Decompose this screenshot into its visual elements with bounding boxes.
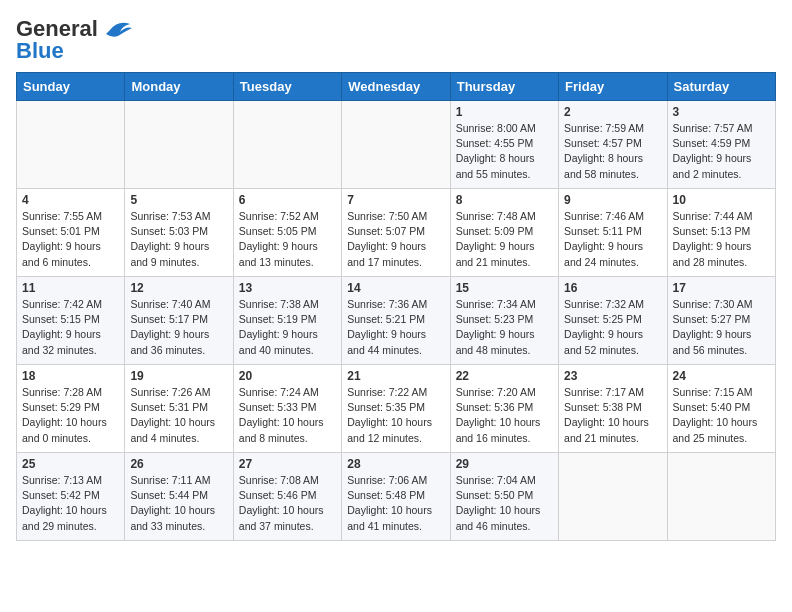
week-row-4: 18Sunrise: 7:28 AM Sunset: 5:29 PM Dayli… bbox=[17, 365, 776, 453]
day-number: 20 bbox=[239, 369, 336, 383]
calendar-cell: 23Sunrise: 7:17 AM Sunset: 5:38 PM Dayli… bbox=[559, 365, 667, 453]
day-info: Sunrise: 7:20 AM Sunset: 5:36 PM Dayligh… bbox=[456, 385, 553, 446]
calendar-cell: 28Sunrise: 7:06 AM Sunset: 5:48 PM Dayli… bbox=[342, 453, 450, 541]
calendar-cell: 22Sunrise: 7:20 AM Sunset: 5:36 PM Dayli… bbox=[450, 365, 558, 453]
calendar-cell bbox=[125, 101, 233, 189]
day-info: Sunrise: 7:22 AM Sunset: 5:35 PM Dayligh… bbox=[347, 385, 444, 446]
day-number: 24 bbox=[673, 369, 770, 383]
day-number: 23 bbox=[564, 369, 661, 383]
day-number: 5 bbox=[130, 193, 227, 207]
calendar-cell bbox=[233, 101, 341, 189]
day-info: Sunrise: 7:32 AM Sunset: 5:25 PM Dayligh… bbox=[564, 297, 661, 358]
day-info: Sunrise: 7:17 AM Sunset: 5:38 PM Dayligh… bbox=[564, 385, 661, 446]
day-number: 15 bbox=[456, 281, 553, 295]
day-number: 21 bbox=[347, 369, 444, 383]
day-info: Sunrise: 7:52 AM Sunset: 5:05 PM Dayligh… bbox=[239, 209, 336, 270]
calendar-cell: 4Sunrise: 7:55 AM Sunset: 5:01 PM Daylig… bbox=[17, 189, 125, 277]
day-info: Sunrise: 7:55 AM Sunset: 5:01 PM Dayligh… bbox=[22, 209, 119, 270]
day-number: 28 bbox=[347, 457, 444, 471]
day-info: Sunrise: 7:53 AM Sunset: 5:03 PM Dayligh… bbox=[130, 209, 227, 270]
calendar-cell: 19Sunrise: 7:26 AM Sunset: 5:31 PM Dayli… bbox=[125, 365, 233, 453]
calendar-cell bbox=[559, 453, 667, 541]
day-number: 3 bbox=[673, 105, 770, 119]
day-info: Sunrise: 7:04 AM Sunset: 5:50 PM Dayligh… bbox=[456, 473, 553, 534]
day-info: Sunrise: 8:00 AM Sunset: 4:55 PM Dayligh… bbox=[456, 121, 553, 182]
weekday-header-row: SundayMondayTuesdayWednesdayThursdayFrid… bbox=[17, 73, 776, 101]
calendar-cell: 25Sunrise: 7:13 AM Sunset: 5:42 PM Dayli… bbox=[17, 453, 125, 541]
weekday-header-saturday: Saturday bbox=[667, 73, 775, 101]
day-info: Sunrise: 7:42 AM Sunset: 5:15 PM Dayligh… bbox=[22, 297, 119, 358]
weekday-header-friday: Friday bbox=[559, 73, 667, 101]
day-number: 9 bbox=[564, 193, 661, 207]
weekday-header-wednesday: Wednesday bbox=[342, 73, 450, 101]
day-number: 29 bbox=[456, 457, 553, 471]
page-header: General Blue bbox=[16, 16, 776, 64]
calendar-cell: 20Sunrise: 7:24 AM Sunset: 5:33 PM Dayli… bbox=[233, 365, 341, 453]
calendar-cell: 29Sunrise: 7:04 AM Sunset: 5:50 PM Dayli… bbox=[450, 453, 558, 541]
day-info: Sunrise: 7:34 AM Sunset: 5:23 PM Dayligh… bbox=[456, 297, 553, 358]
weekday-header-thursday: Thursday bbox=[450, 73, 558, 101]
calendar-cell: 18Sunrise: 7:28 AM Sunset: 5:29 PM Dayli… bbox=[17, 365, 125, 453]
calendar-cell: 3Sunrise: 7:57 AM Sunset: 4:59 PM Daylig… bbox=[667, 101, 775, 189]
day-info: Sunrise: 7:36 AM Sunset: 5:21 PM Dayligh… bbox=[347, 297, 444, 358]
calendar-cell bbox=[17, 101, 125, 189]
day-info: Sunrise: 7:24 AM Sunset: 5:33 PM Dayligh… bbox=[239, 385, 336, 446]
day-info: Sunrise: 7:46 AM Sunset: 5:11 PM Dayligh… bbox=[564, 209, 661, 270]
calendar-cell: 21Sunrise: 7:22 AM Sunset: 5:35 PM Dayli… bbox=[342, 365, 450, 453]
day-info: Sunrise: 7:26 AM Sunset: 5:31 PM Dayligh… bbox=[130, 385, 227, 446]
day-info: Sunrise: 7:28 AM Sunset: 5:29 PM Dayligh… bbox=[22, 385, 119, 446]
day-number: 22 bbox=[456, 369, 553, 383]
calendar-table: SundayMondayTuesdayWednesdayThursdayFrid… bbox=[16, 72, 776, 541]
day-number: 14 bbox=[347, 281, 444, 295]
calendar-cell: 8Sunrise: 7:48 AM Sunset: 5:09 PM Daylig… bbox=[450, 189, 558, 277]
day-number: 13 bbox=[239, 281, 336, 295]
day-number: 17 bbox=[673, 281, 770, 295]
calendar-cell: 6Sunrise: 7:52 AM Sunset: 5:05 PM Daylig… bbox=[233, 189, 341, 277]
day-info: Sunrise: 7:48 AM Sunset: 5:09 PM Dayligh… bbox=[456, 209, 553, 270]
day-number: 7 bbox=[347, 193, 444, 207]
day-info: Sunrise: 7:44 AM Sunset: 5:13 PM Dayligh… bbox=[673, 209, 770, 270]
calendar-cell: 27Sunrise: 7:08 AM Sunset: 5:46 PM Dayli… bbox=[233, 453, 341, 541]
calendar-cell: 26Sunrise: 7:11 AM Sunset: 5:44 PM Dayli… bbox=[125, 453, 233, 541]
day-info: Sunrise: 7:57 AM Sunset: 4:59 PM Dayligh… bbox=[673, 121, 770, 182]
day-number: 16 bbox=[564, 281, 661, 295]
day-number: 6 bbox=[239, 193, 336, 207]
day-info: Sunrise: 7:13 AM Sunset: 5:42 PM Dayligh… bbox=[22, 473, 119, 534]
calendar-cell: 5Sunrise: 7:53 AM Sunset: 5:03 PM Daylig… bbox=[125, 189, 233, 277]
calendar-cell: 24Sunrise: 7:15 AM Sunset: 5:40 PM Dayli… bbox=[667, 365, 775, 453]
day-info: Sunrise: 7:38 AM Sunset: 5:19 PM Dayligh… bbox=[239, 297, 336, 358]
day-number: 19 bbox=[130, 369, 227, 383]
logo-blue-text: Blue bbox=[16, 38, 64, 64]
calendar-cell: 11Sunrise: 7:42 AM Sunset: 5:15 PM Dayli… bbox=[17, 277, 125, 365]
logo: General Blue bbox=[16, 16, 134, 64]
day-info: Sunrise: 7:15 AM Sunset: 5:40 PM Dayligh… bbox=[673, 385, 770, 446]
day-number: 1 bbox=[456, 105, 553, 119]
calendar-cell: 1Sunrise: 8:00 AM Sunset: 4:55 PM Daylig… bbox=[450, 101, 558, 189]
day-number: 18 bbox=[22, 369, 119, 383]
day-number: 25 bbox=[22, 457, 119, 471]
day-info: Sunrise: 7:06 AM Sunset: 5:48 PM Dayligh… bbox=[347, 473, 444, 534]
calendar-cell bbox=[342, 101, 450, 189]
day-number: 26 bbox=[130, 457, 227, 471]
day-info: Sunrise: 7:50 AM Sunset: 5:07 PM Dayligh… bbox=[347, 209, 444, 270]
day-number: 12 bbox=[130, 281, 227, 295]
calendar-cell: 7Sunrise: 7:50 AM Sunset: 5:07 PM Daylig… bbox=[342, 189, 450, 277]
day-number: 10 bbox=[673, 193, 770, 207]
day-number: 8 bbox=[456, 193, 553, 207]
calendar-cell: 2Sunrise: 7:59 AM Sunset: 4:57 PM Daylig… bbox=[559, 101, 667, 189]
weekday-header-monday: Monday bbox=[125, 73, 233, 101]
day-info: Sunrise: 7:59 AM Sunset: 4:57 PM Dayligh… bbox=[564, 121, 661, 182]
day-number: 11 bbox=[22, 281, 119, 295]
day-info: Sunrise: 7:08 AM Sunset: 5:46 PM Dayligh… bbox=[239, 473, 336, 534]
weekday-header-sunday: Sunday bbox=[17, 73, 125, 101]
day-number: 27 bbox=[239, 457, 336, 471]
day-info: Sunrise: 7:40 AM Sunset: 5:17 PM Dayligh… bbox=[130, 297, 227, 358]
day-number: 4 bbox=[22, 193, 119, 207]
day-number: 2 bbox=[564, 105, 661, 119]
day-info: Sunrise: 7:11 AM Sunset: 5:44 PM Dayligh… bbox=[130, 473, 227, 534]
week-row-5: 25Sunrise: 7:13 AM Sunset: 5:42 PM Dayli… bbox=[17, 453, 776, 541]
calendar-cell: 16Sunrise: 7:32 AM Sunset: 5:25 PM Dayli… bbox=[559, 277, 667, 365]
calendar-cell bbox=[667, 453, 775, 541]
calendar-cell: 10Sunrise: 7:44 AM Sunset: 5:13 PM Dayli… bbox=[667, 189, 775, 277]
calendar-cell: 15Sunrise: 7:34 AM Sunset: 5:23 PM Dayli… bbox=[450, 277, 558, 365]
